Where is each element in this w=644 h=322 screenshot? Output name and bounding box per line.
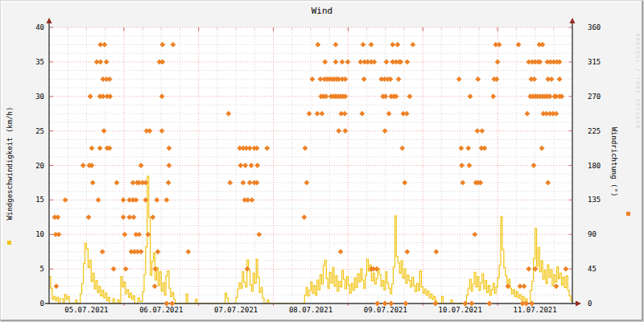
date-label: 08.07.2021 bbox=[289, 306, 332, 314]
right-tick-label: 0 bbox=[588, 299, 592, 308]
left-tick-label: 30 bbox=[35, 93, 44, 101]
right-tick-label: 135 bbox=[588, 196, 601, 204]
right-tick-label: 315 bbox=[588, 58, 601, 66]
left-axis-arrow-icon bbox=[47, 18, 52, 23]
x-axis-arrow-icon bbox=[576, 301, 581, 307]
date-label: 11.07.2021 bbox=[513, 306, 556, 314]
date-label: 07.07.2021 bbox=[214, 306, 258, 314]
date-label: 10.07.2021 bbox=[439, 306, 482, 314]
right-tick-label: 270 bbox=[588, 93, 601, 101]
left-tick-label: 20 bbox=[35, 162, 44, 170]
wind-chart-canvas: 0510152025303540045901351802252703153600… bbox=[1, 1, 644, 322]
date-label: 05.07.2021 bbox=[64, 306, 108, 314]
right-tick-label: 180 bbox=[588, 162, 601, 170]
right-axis-arrow-icon bbox=[570, 18, 576, 23]
right-tick-label: 90 bbox=[588, 230, 597, 238]
right-tick-label: 45 bbox=[588, 265, 597, 273]
left-tick-label: 5 bbox=[40, 265, 44, 273]
date-label: 06.07.2021 bbox=[139, 306, 183, 314]
left-tick-label: 10 bbox=[35, 230, 44, 238]
left-tick-label: 40 bbox=[35, 23, 44, 31]
left-tick-label: 0 bbox=[40, 299, 44, 308]
rrdtool-wind-graph: Wind Windgeschwindigkeit (km/h) Windrich… bbox=[0, 0, 644, 322]
left-tick-label: 35 bbox=[35, 58, 44, 66]
left-tick-label: 15 bbox=[35, 196, 44, 204]
right-tick-label: 225 bbox=[588, 127, 601, 135]
date-label: 09.07.2021 bbox=[364, 306, 407, 314]
left-tick-label: 25 bbox=[35, 127, 44, 135]
right-tick-label: 360 bbox=[588, 23, 601, 31]
